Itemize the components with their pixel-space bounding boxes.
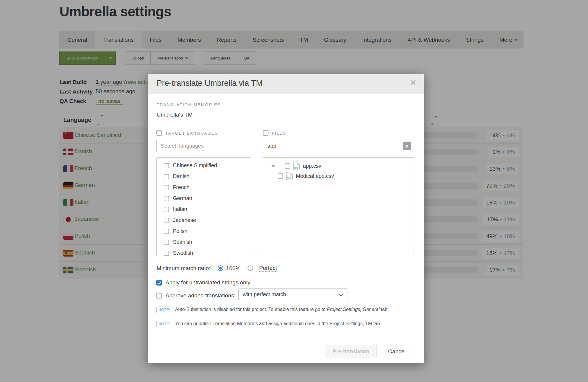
- dialog-footer: Pre-translation Cancel: [148, 340, 424, 363]
- dialog-header: Pre-translate Umbrella via TM ✕: [148, 74, 424, 94]
- csv-icon-label: csv: [287, 176, 291, 180]
- list-item[interactable]: Spanish: [157, 237, 251, 248]
- file-tree-row[interactable]: csv app.csv: [263, 162, 321, 170]
- file-checkbox[interactable]: [285, 163, 290, 169]
- approve-translations-label[interactable]: Approve added translations:: [166, 292, 236, 299]
- csv-file-icon: csv: [293, 162, 300, 170]
- language-checkbox[interactable]: [164, 163, 169, 168]
- language-option-label: Italian: [173, 206, 187, 212]
- target-languages-header: TARGET LANGUAGES: [156, 130, 218, 136]
- file-checkbox[interactable]: [278, 173, 283, 179]
- approve-match-select-value: with perfect match: [243, 291, 286, 298]
- apply-untranslated-label[interactable]: Apply for untranslated strings only: [166, 279, 250, 286]
- list-item[interactable]: Danish: [157, 171, 251, 182]
- select-all-files-checkbox[interactable]: [263, 130, 269, 136]
- language-option-label: Spanish: [173, 239, 192, 245]
- pre-translation-submit-button[interactable]: Pre-translation: [325, 345, 377, 358]
- note-badge: NOTE!: [156, 321, 172, 327]
- note-text: You can prioritise Translation Memories …: [175, 320, 381, 327]
- close-icon[interactable]: ✕: [410, 79, 417, 87]
- languages-listbox: Chinese Simplified Danish French German …: [156, 157, 251, 256]
- language-option-label: Danish: [173, 173, 189, 180]
- apply-untranslated-checkbox[interactable]: [156, 280, 162, 286]
- list-item[interactable]: Italian: [157, 204, 251, 215]
- list-item[interactable]: French: [157, 182, 251, 193]
- language-checkbox[interactable]: [164, 174, 169, 179]
- dialog-title: Pre-translate Umbrella via TM: [157, 79, 263, 88]
- list-item[interactable]: Swedish: [157, 248, 251, 256]
- file-name: app.csv: [303, 163, 321, 169]
- auto-substitution-link[interactable]: Auto-Substitution: [175, 307, 211, 312]
- minimum-match-ratio-label: Minimum match ratio:: [157, 265, 211, 272]
- file-name: Medical app.csv: [296, 173, 334, 179]
- clear-search-icon[interactable]: ✕: [403, 142, 411, 150]
- match-perfect-radio[interactable]: [248, 265, 253, 271]
- target-languages-label: TARGET LANGUAGES: [165, 131, 218, 136]
- files-header: FILES: [263, 130, 286, 136]
- prioritise-tm-note: NOTE! You can prioritise Translation Mem…: [156, 320, 415, 327]
- note-badge: NOTE!: [156, 307, 172, 313]
- search-files-input[interactable]: [263, 140, 414, 152]
- files-tree: csv app.csv csv Medical app.csv: [263, 157, 414, 256]
- language-option-label: French: [173, 184, 189, 191]
- match-100-radio[interactable]: [218, 265, 223, 271]
- language-option-label: German: [173, 195, 192, 202]
- language-checkbox[interactable]: [164, 240, 169, 245]
- tm-section-label: TRANSLATION MEMORIES: [157, 102, 221, 107]
- language-option-label: Japanese: [173, 217, 196, 223]
- collapse-caret-icon[interactable]: [271, 165, 275, 167]
- language-checkbox[interactable]: [164, 251, 169, 256]
- csv-file-icon: csv: [286, 172, 293, 180]
- language-option-label: Chinese Simplified: [173, 162, 217, 169]
- match-100-label[interactable]: 100%: [226, 265, 241, 272]
- list-item[interactable]: Chinese Simplified: [157, 160, 251, 171]
- minimum-match-ratio-row: Minimum match ratio: 100% Perfect: [157, 265, 277, 272]
- search-languages-input[interactable]: [156, 140, 251, 152]
- tm-name: Umbrella's TM: [157, 112, 193, 118]
- language-checkbox[interactable]: [164, 207, 169, 212]
- apply-untranslated-row: Apply for untranslated strings only: [156, 279, 250, 286]
- list-item[interactable]: Polish: [157, 226, 251, 237]
- language-checkbox[interactable]: [164, 218, 169, 223]
- pre-translate-dialog: Pre-translate Umbrella via TM ✕ TRANSLAT…: [148, 74, 424, 363]
- note-text: Auto-Substitution is disabled for this p…: [175, 306, 389, 313]
- file-tree-row[interactable]: csv Medical app.csv: [263, 172, 334, 180]
- select-all-languages-checkbox[interactable]: [156, 130, 162, 136]
- auto-substitution-note: NOTE! Auto-Substitution is disabled for …: [156, 306, 415, 313]
- language-option-label: Swedish: [173, 250, 193, 256]
- approve-translations-row: Approve added translations:: [156, 292, 236, 299]
- match-perfect-label[interactable]: Perfect: [259, 265, 277, 272]
- language-checkbox[interactable]: [164, 229, 169, 234]
- language-option-label: Polish: [173, 228, 187, 234]
- approve-translations-checkbox[interactable]: [156, 293, 162, 299]
- cancel-button[interactable]: Cancel: [381, 345, 413, 358]
- language-checkbox[interactable]: [164, 185, 169, 190]
- files-label: FILES: [272, 131, 286, 136]
- list-item[interactable]: German: [157, 193, 251, 204]
- language-checkbox[interactable]: [164, 196, 169, 201]
- list-item[interactable]: Japanese: [157, 215, 251, 226]
- approve-match-select[interactable]: with perfect match: [238, 288, 348, 300]
- csv-icon-label: csv: [294, 166, 298, 170]
